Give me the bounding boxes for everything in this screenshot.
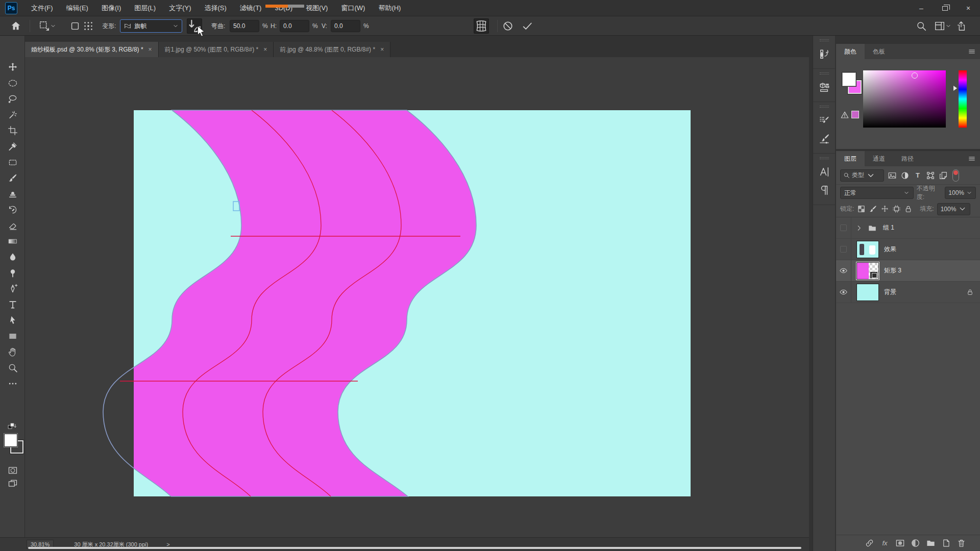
- layer-filter-type[interactable]: 类型: [840, 169, 884, 182]
- brushes-panel-button[interactable]: [815, 130, 834, 148]
- tab-color[interactable]: 颜色: [836, 44, 865, 59]
- foreground-color-swatch[interactable]: [4, 434, 17, 447]
- warp-mesh-toggle-button[interactable]: [474, 18, 489, 34]
- filter-adjustment-layers-icon[interactable]: [900, 171, 910, 180]
- menu-item-10[interactable]: 帮助(H): [372, 0, 407, 16]
- layer-thumbnail[interactable]: [856, 262, 879, 280]
- opacity-value[interactable]: 100%: [945, 187, 976, 199]
- close-button[interactable]: ×: [957, 0, 980, 16]
- visibility-toggle[interactable]: [836, 239, 851, 260]
- rectangle-tool[interactable]: [4, 328, 21, 344]
- restore-button[interactable]: [933, 0, 957, 16]
- menu-item-4[interactable]: 文字(Y): [162, 0, 198, 16]
- horizontal-scrollbar[interactable]: [28, 547, 801, 549]
- delete-layer-icon[interactable]: [957, 538, 966, 548]
- clone-stamp-tool[interactable]: [4, 186, 21, 202]
- hue-slider-marker[interactable]: [953, 86, 957, 91]
- tab-close-icon[interactable]: ×: [263, 46, 267, 53]
- gradient-tool[interactable]: [4, 233, 21, 249]
- v-input[interactable]: [331, 20, 360, 32]
- pen-tool[interactable]: [4, 281, 21, 296]
- menu-item-8[interactable]: 视图(V): [299, 0, 334, 16]
- layer-name[interactable]: 矩形 3: [884, 266, 901, 275]
- eraser-tool[interactable]: [4, 217, 21, 233]
- tab-layers[interactable]: 图层: [836, 151, 865, 166]
- saturation-brightness-field[interactable]: [863, 70, 946, 128]
- tab-paths[interactable]: 路径: [893, 151, 922, 166]
- layer-row-group1[interactable]: 组 1: [836, 217, 980, 239]
- 3d-properties-panel-button[interactable]: [815, 78, 834, 96]
- hand-tool[interactable]: [4, 344, 21, 360]
- dock-grip[interactable]: [820, 157, 829, 159]
- commit-transform-button[interactable]: [522, 20, 533, 32]
- filter-pixel-layers-icon[interactable]: [888, 171, 897, 180]
- add-mask-icon[interactable]: [895, 538, 905, 548]
- layer-row-background[interactable]: 背景: [836, 282, 980, 303]
- brush-settings-panel-button[interactable]: [815, 111, 834, 130]
- lock-pixels-icon[interactable]: [869, 205, 877, 213]
- lock-artboard-icon[interactable]: [892, 205, 901, 213]
- layer-name[interactable]: 组 1: [883, 223, 894, 232]
- layer-thumbnail[interactable]: [856, 284, 879, 301]
- document-tab-2[interactable]: 前.jpg @ 48.8% (图层 0, RGB/8#) *×: [274, 42, 390, 57]
- menu-item-5[interactable]: 选择(S): [198, 0, 233, 16]
- swap-colors-icon[interactable]: [4, 421, 21, 432]
- gamut-warning-icon[interactable]: [840, 110, 849, 119]
- menu-item-6[interactable]: 滤镜(T): [233, 0, 268, 16]
- paragraph-panel-button[interactable]: [815, 181, 834, 199]
- type-tool[interactable]: [4, 296, 21, 312]
- layer-row-rectangle3[interactable]: 矩形 3: [836, 260, 980, 282]
- layer-name[interactable]: 背景: [884, 288, 896, 296]
- filter-type-layers-icon[interactable]: T: [913, 171, 922, 180]
- tab-swatches[interactable]: 色板: [865, 44, 893, 59]
- adjustment-layer-icon[interactable]: [911, 538, 920, 548]
- dock-grip[interactable]: [820, 72, 829, 74]
- quick-mask-icon[interactable]: [8, 465, 18, 475]
- h-input[interactable]: [280, 20, 309, 32]
- workspace-icon[interactable]: [934, 20, 945, 32]
- share-icon[interactable]: [955, 20, 967, 32]
- layer-style-icon[interactable]: fx: [880, 538, 890, 548]
- visibility-toggle[interactable]: [836, 260, 851, 282]
- visibility-toggle[interactable]: [836, 217, 851, 239]
- layer-name[interactable]: 效果: [884, 245, 896, 254]
- move-tool[interactable]: [4, 59, 21, 75]
- hue-slider[interactable]: [959, 70, 967, 128]
- menu-item-0[interactable]: 文件(F): [24, 0, 60, 16]
- cancel-transform-button[interactable]: [502, 20, 513, 32]
- visibility-toggle[interactable]: [836, 282, 851, 303]
- panel-menu-icon[interactable]: [968, 155, 976, 162]
- edit-toolbar[interactable]: [4, 375, 21, 391]
- lock-transparency-icon[interactable]: [857, 205, 866, 213]
- menu-item-2[interactable]: 图像(I): [95, 0, 128, 16]
- layer-row-effect[interactable]: 效果: [836, 239, 980, 260]
- eyedropper-tool[interactable]: [4, 138, 21, 154]
- lasso-tool[interactable]: [4, 91, 21, 107]
- blend-mode-select[interactable]: 正常: [840, 187, 914, 199]
- screen-mode-icon[interactable]: [8, 479, 18, 489]
- elliptical-marquee-tool[interactable]: [4, 75, 21, 91]
- menu-item-3[interactable]: 图层(L): [128, 0, 162, 16]
- gamut-safe-swatch[interactable]: [851, 111, 859, 118]
- dock-grip[interactable]: [820, 106, 829, 108]
- character-panel-button[interactable]: [815, 163, 834, 181]
- layer-thumbnail[interactable]: [856, 241, 879, 258]
- group-expand-icon[interactable]: [855, 224, 863, 232]
- warp-style-dropdown[interactable]: 旗帜: [120, 19, 182, 33]
- layer-filter-toggle[interactable]: [952, 169, 959, 182]
- filter-shape-layers-icon[interactable]: [926, 171, 935, 180]
- document-tab-1[interactable]: 前1.jpg @ 50% (图层 0, RGB/8#) *×: [159, 42, 274, 57]
- history-brush-tool[interactable]: [4, 202, 21, 217]
- magic-wand-tool[interactable]: [4, 107, 21, 122]
- dock-grip[interactable]: [820, 39, 829, 41]
- minimize-button[interactable]: –: [910, 0, 933, 16]
- tab-channels[interactable]: 通道: [865, 151, 893, 166]
- menu-item-7[interactable]: 3D(D): [268, 0, 299, 16]
- foreground-color-swatch[interactable]: [842, 72, 856, 86]
- document-canvas[interactable]: [25, 57, 809, 537]
- link-layers-icon[interactable]: [865, 538, 874, 548]
- panel-menu-icon[interactable]: [968, 48, 976, 55]
- document-tab-0[interactable]: 婚纱模板.psd @ 30.8% (矩形 3, RGB/8) *×: [25, 42, 159, 57]
- tab-close-icon[interactable]: ×: [149, 46, 152, 53]
- blur-tool[interactable]: [4, 249, 21, 265]
